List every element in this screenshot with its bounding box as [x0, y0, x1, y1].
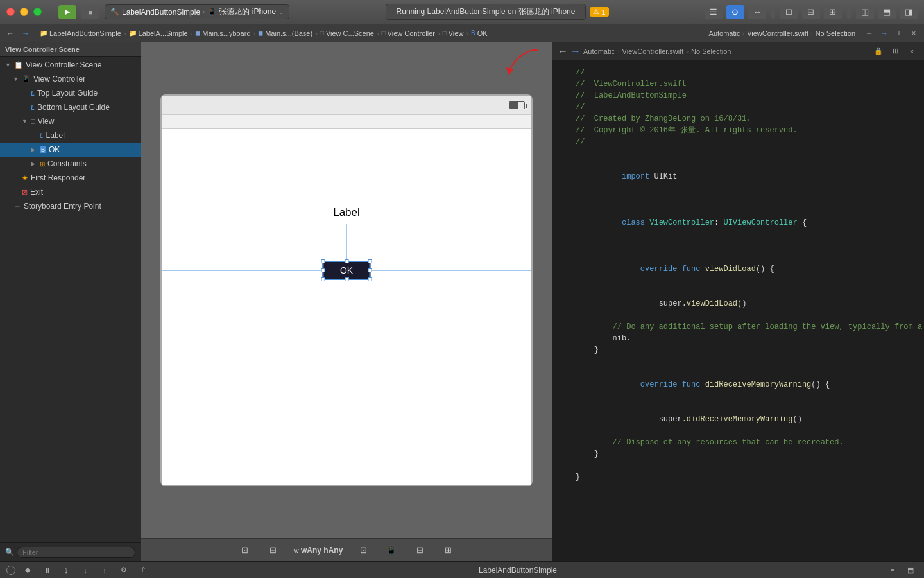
back-button[interactable]: ← — [4, 27, 17, 40]
fr-icon: ★ — [22, 174, 28, 182]
code-editor[interactable]: // // ViewController.swift // LabelAndBu… — [552, 60, 924, 561]
svg-marker-0 — [506, 67, 513, 74]
code-line: override func didReceiveMemoryWarning() … — [552, 367, 924, 402]
left-panel-toggle[interactable]: ◫ — [856, 5, 874, 19]
tree-ok-button[interactable]: ▶ B OK — [0, 143, 141, 157]
editor-close-btn[interactable]: × — [907, 27, 920, 40]
editor-lock-btn[interactable]: + — [893, 27, 905, 40]
scene-tree-icon: 📋 — [14, 61, 23, 69]
warning-badge[interactable]: ⚠ 1 — [590, 7, 608, 17]
editor-bc-file[interactable]: ViewController.swift › — [747, 30, 812, 37]
storyboard-icon-2: ◼ — [258, 30, 263, 37]
code-line: // Copyright © 2016年 张量. All rights rese… — [552, 125, 924, 136]
tree-view-controller-scene[interactable]: ▼ 📋 View Controller Scene — [0, 58, 141, 72]
editor-bc-file[interactable]: ViewController.swift — [622, 48, 684, 55]
handle-br — [368, 277, 372, 281]
canvas-ok-button[interactable]: OK — [323, 261, 371, 280]
navigator-toggle-button[interactable]: ☰ — [705, 5, 723, 19]
step-over-btn[interactable]: ⤵ — [59, 563, 73, 577]
code-line: super.viewDidLoad() — [552, 286, 924, 321]
layout-btn[interactable]: ⊞ — [266, 543, 281, 558]
share-btn[interactable]: ⇧ — [136, 563, 150, 577]
editor-forward[interactable]: → — [570, 46, 581, 57]
assistant-editor-button[interactable]: ⊙ — [726, 5, 744, 19]
handle-tr — [368, 259, 372, 263]
bc-label-3: Main.s...yboard — [202, 30, 250, 37]
breadcrumb-item-7[interactable]: □ View — [443, 30, 464, 37]
forward-button[interactable]: → — [19, 27, 32, 40]
status-text: Running LabelAndButtonSimple on 张德龙的 iPh… — [386, 4, 586, 20]
breadcrumb-item-1[interactable]: 📁 LabelAndButtonSimple — [40, 30, 121, 37]
editor-split-btn[interactable]: ⊞ — [888, 45, 902, 58]
editor-back[interactable]: ← — [558, 46, 568, 57]
editor-close-btn[interactable]: × — [905, 45, 919, 58]
scheme-name: LabelAndButtonSimple — [122, 8, 200, 17]
minimize-button[interactable] — [20, 8, 28, 16]
editor-lock-btn[interactable]: 🔒 — [871, 45, 886, 58]
editor-bc-auto[interactable]: Automatic › — [709, 30, 745, 37]
console-toggle-btn[interactable]: ≡ — [886, 563, 900, 577]
button-bc-icon: B — [471, 30, 475, 37]
editor-bc-auto[interactable]: Automatic — [583, 48, 615, 55]
code-line: // Do any additional setup after loading… — [552, 321, 924, 333]
bc-sep-4: › — [315, 30, 318, 37]
play-button[interactable]: ▶ — [58, 5, 76, 19]
ok-button-text: OK — [340, 265, 353, 276]
bottom-panel-toggle[interactable]: ⬒ — [878, 5, 896, 19]
orientation-btn[interactable]: ⊟ — [412, 543, 427, 558]
scheme-icon: 🔨 — [110, 8, 119, 16]
breadcrumb-item-2[interactable]: 📁 LabelA...Simple — [129, 30, 188, 37]
step-out-btn[interactable]: ↑ — [98, 563, 112, 577]
version-layout-button[interactable]: ⊞ — [824, 5, 842, 19]
right-panel-toggle[interactable]: ◨ — [900, 5, 918, 19]
hide-debugger-btn[interactable]: ⬒ — [903, 563, 918, 577]
code-line: // ViewController.swift — [552, 78, 924, 90]
tree-top-layout-guide[interactable]: L Top Layout Guide — [0, 86, 141, 100]
editor-back-btn[interactable]: ← — [863, 27, 876, 40]
add-constraint-btn[interactable]: ⊡ — [237, 543, 253, 558]
tree-view-controller[interactable]: ▼ 📱 View Controller — [0, 72, 141, 86]
tree-label[interactable]: L Label — [0, 128, 141, 143]
exit-icon: ⊠ — [22, 188, 28, 197]
toggle-icon: ▼ — [5, 62, 14, 68]
filter-input[interactable] — [17, 547, 135, 558]
code-line: } — [552, 471, 924, 483]
tree-view[interactable]: ▼ □ View — [0, 114, 141, 128]
breadcrumb-item-8[interactable]: B OK — [471, 30, 488, 37]
editor-forward-btn[interactable]: → — [878, 27, 891, 40]
breadcrumb-item-6[interactable]: □ View Controller — [382, 30, 435, 37]
editor-bc-selection[interactable]: No Selection — [816, 30, 855, 37]
code-line: override func viewDidLoad() { — [552, 252, 924, 286]
tree-exit[interactable]: ⊠ Exit — [0, 185, 141, 199]
bc-sep-1: › — [124, 30, 126, 37]
stop-button[interactable]: ■ — [81, 5, 99, 19]
close-button[interactable] — [6, 8, 15, 16]
scheme-selector[interactable]: 🔨 LabelAndButtonSimple › 📱 张德龙的 iPhone ⌄ — [105, 4, 289, 19]
standard-editor-button[interactable]: ⊡ — [780, 5, 798, 19]
assistant-layout-button[interactable]: ⊟ — [802, 5, 820, 19]
tree-storyboard-entry[interactable]: → Storyboard Entry Point — [0, 199, 141, 213]
breadcrumb-item-5[interactable]: □ View C...Scene — [320, 30, 374, 37]
canvas-area[interactable]: Label OK — [141, 42, 552, 538]
simulate-btn[interactable]: ⊞ — [440, 543, 456, 558]
breadcrumb-item-4[interactable]: ◼ Main.s...(Base) — [258, 30, 312, 37]
scene-btn[interactable]: ⊡ — [355, 543, 371, 558]
warning-count: 1 — [601, 8, 605, 16]
tree-first-responder[interactable]: ★ First Responder — [0, 171, 141, 185]
code-line — [552, 356, 924, 367]
debug-btn[interactable]: ⚙ — [117, 563, 131, 577]
breadcrumb-item-3[interactable]: ◼ Main.s...yboard — [195, 30, 250, 37]
canvas-label[interactable]: Label — [333, 206, 360, 219]
device-content[interactable]: Label OK — [162, 129, 531, 485]
tree-bottom-layout-guide[interactable]: L Bottom Layout Guide — [0, 100, 141, 114]
tree-constraints[interactable]: ▶ ⊞ Constraints — [0, 157, 141, 171]
pause-btn[interactable]: ⏸ — [40, 563, 54, 577]
breakpoints-btn[interactable]: ◆ — [21, 563, 35, 577]
editor-bc-selection[interactable]: No Selection — [691, 48, 731, 55]
step-into-btn[interactable]: ↓ — [78, 563, 92, 577]
version-editor-button[interactable]: ↔ — [748, 5, 766, 19]
label-tree-icon: L — [40, 132, 44, 139]
device-btn[interactable]: 📱 — [384, 543, 399, 558]
maximize-button[interactable] — [33, 8, 42, 16]
code-line: } — [552, 448, 924, 460]
